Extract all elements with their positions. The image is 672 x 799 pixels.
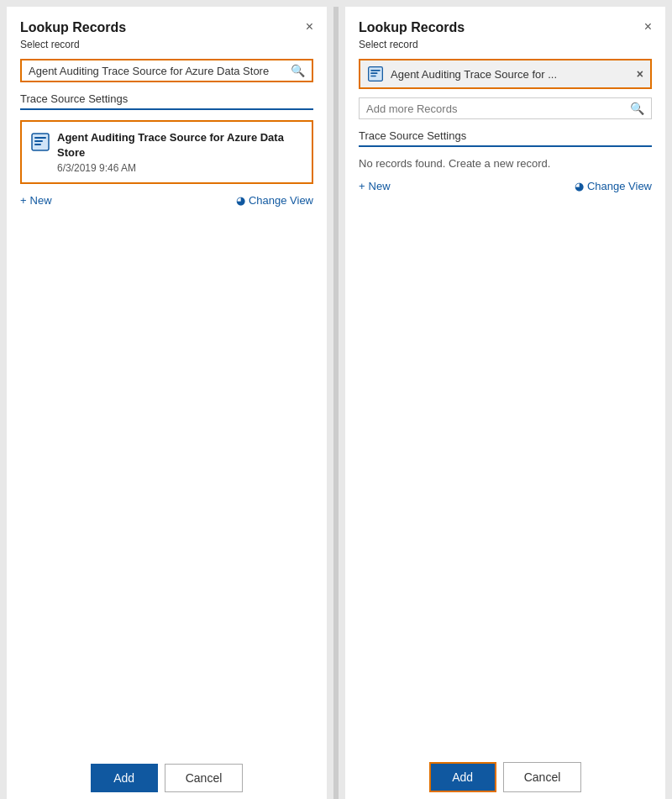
left-change-view-button[interactable]: ◕ Change View — [236, 194, 313, 207]
right-add-more-input[interactable] — [366, 103, 630, 115]
left-record-icon — [30, 132, 50, 152]
left-panel-footer: Add Cancel — [20, 764, 313, 792]
right-panel: Lookup Records × Select record Agent Aud… — [345, 7, 665, 799]
left-cancel-button[interactable]: Cancel — [165, 764, 244, 792]
right-search-icon: 🔍 — [630, 102, 644, 115]
left-search-icon: 🔍 — [291, 64, 305, 77]
svg-rect-6 — [370, 72, 377, 74]
left-record-date: 6/3/2019 9:46 AM — [57, 162, 303, 174]
left-close-button[interactable]: × — [306, 20, 313, 34]
right-add-more-box[interactable]: 🔍 — [359, 97, 652, 119]
right-new-label: New — [369, 180, 391, 192]
left-search-input[interactable] — [29, 65, 291, 77]
svg-rect-3 — [34, 144, 41, 145]
left-section-label: Trace Source Settings — [20, 92, 313, 110]
left-action-row: + New ◕ Change View — [20, 194, 313, 207]
left-panel-title: Lookup Records — [20, 20, 126, 35]
right-change-view-button[interactable]: ◕ Change View — [575, 180, 652, 192]
right-no-records-text: No records found. Create a new record. — [359, 157, 652, 170]
left-new-plus-icon: + — [20, 194, 27, 207]
right-cancel-button[interactable]: Cancel — [503, 762, 582, 792]
right-add-button[interactable]: Add — [429, 762, 496, 792]
left-record-item[interactable]: Agent Auditing Trace Source for Azure Da… — [20, 120, 313, 184]
right-selected-tag[interactable]: Agent Auditing Trace Source for ... × — [359, 59, 652, 89]
right-panel-title: Lookup Records — [359, 20, 465, 35]
svg-rect-2 — [34, 140, 43, 142]
left-change-view-icon: ◕ — [236, 194, 245, 207]
svg-rect-5 — [370, 70, 381, 71]
right-new-plus-icon: + — [359, 180, 365, 192]
left-search-box[interactable]: 🔍 — [20, 59, 313, 82]
right-new-button[interactable]: + New — [359, 180, 391, 192]
svg-rect-1 — [34, 137, 46, 139]
right-section-label: Trace Source Settings — [359, 129, 652, 147]
right-action-row: + New ◕ Change View — [359, 180, 652, 192]
right-selected-tag-text: Agent Auditing Trace Source for ... — [391, 68, 630, 81]
left-record-info: Agent Auditing Trace Source for Azure Da… — [57, 130, 303, 174]
panel-divider — [333, 7, 339, 799]
left-panel-header: Lookup Records × — [20, 20, 313, 35]
svg-rect-7 — [370, 76, 376, 77]
right-selected-tag-remove[interactable]: × — [637, 67, 643, 81]
left-select-record-label: Select record — [20, 39, 313, 50]
right-change-view-icon: ◕ — [575, 180, 584, 192]
right-select-record-label: Select record — [359, 39, 652, 50]
left-panel: Lookup Records × Select record 🔍 Trace S… — [7, 7, 327, 799]
right-panel-header: Lookup Records × — [359, 20, 652, 35]
left-new-label: New — [30, 194, 52, 207]
right-panel-footer: Add Cancel — [359, 762, 652, 792]
left-add-button[interactable]: Add — [91, 764, 158, 792]
right-close-button[interactable]: × — [644, 20, 652, 34]
right-change-view-label: Change View — [587, 180, 652, 192]
left-new-button[interactable]: + New — [20, 194, 52, 207]
right-selected-tag-icon — [367, 66, 384, 82]
left-record-name: Agent Auditing Trace Source for Azure Da… — [57, 130, 303, 160]
left-change-view-label: Change View — [249, 194, 313, 207]
